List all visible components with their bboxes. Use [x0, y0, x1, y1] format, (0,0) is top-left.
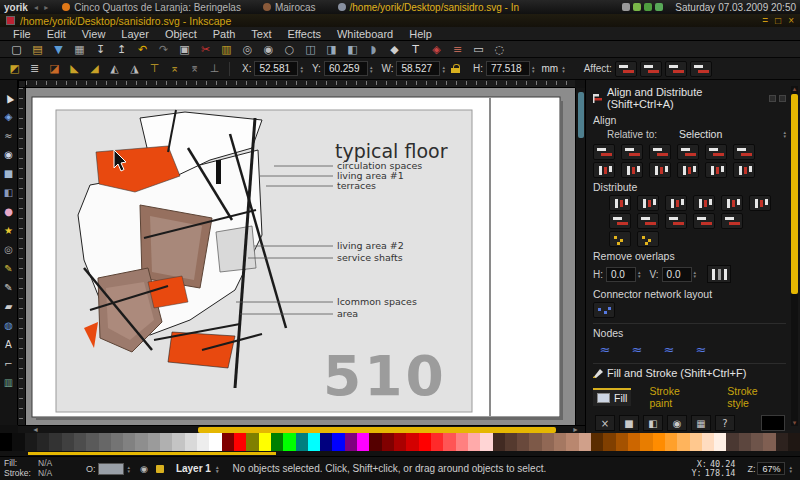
palette-swatch-1[interactable] [12, 433, 24, 451]
palette-swatch-21[interactable] [259, 433, 271, 451]
menu-view[interactable]: View [75, 28, 113, 40]
flat-color-button[interactable]: ■ [619, 415, 639, 431]
remove-overlaps-button[interactable] [707, 265, 731, 283]
canvas[interactable]: typical floor circulation spaces living … [26, 88, 575, 425]
align-dialog-header[interactable]: Align and Distribute (Shift+Ctrl+A) [593, 86, 786, 110]
window-titlebar[interactable]: /home/yorik/Desktop/sanisidro.svg - Inks… [0, 14, 800, 27]
align-bottom-edges-button[interactable] [677, 162, 699, 178]
palette-swatch-6[interactable] [74, 433, 86, 451]
palette-swatch-34[interactable] [419, 433, 431, 451]
distribute-centers-horizontal-button[interactable] [637, 195, 659, 211]
palette-swatch-53[interactable] [653, 433, 665, 451]
palette-swatch-48[interactable] [591, 433, 603, 451]
unknown-paint-button[interactable]: ? [715, 415, 735, 431]
connector-network-layout-button[interactable] [593, 302, 615, 318]
distribute-equal-gaps-horizontal-button[interactable] [693, 195, 715, 211]
w-field[interactable]: 58.527▴▾ [396, 61, 445, 76]
import-button[interactable]: ↧ [92, 42, 109, 57]
distribute-baselines-vertical-button[interactable] [721, 213, 743, 229]
overlap-h-field[interactable]: 0.0▴▾ [606, 267, 641, 282]
horizontal-ruler[interactable] [26, 80, 575, 88]
align-text-baselines-button[interactable] [733, 162, 755, 178]
palette-swatch-43[interactable] [529, 433, 541, 451]
palette-swatch-17[interactable] [209, 433, 221, 451]
align-bottom-to-top-edge-button[interactable] [593, 162, 615, 178]
window-close-button[interactable]: × [788, 16, 794, 26]
palette-swatch-63[interactable] [776, 433, 788, 451]
align-center-vertical-button[interactable] [649, 162, 671, 178]
layer-lock-icon[interactable] [156, 465, 164, 473]
palette-swatch-27[interactable] [332, 433, 344, 451]
x-field[interactable]: 52.581▴▾ [254, 61, 303, 76]
palette-swatch-31[interactable] [382, 433, 394, 451]
ellipse-tool-button[interactable]: ● [1, 204, 17, 220]
palette-swatch-40[interactable] [493, 433, 505, 451]
palette-swatch-41[interactable] [505, 433, 517, 451]
distribute-equal-gaps-vertical-button[interactable] [693, 213, 715, 229]
opacity-field[interactable] [98, 463, 124, 475]
palette-swatch-3[interactable] [37, 433, 49, 451]
unlink-clone-button[interactable]: ◧ [344, 42, 361, 57]
palette-swatch-0[interactable] [0, 433, 12, 451]
lower-to-bottom-button[interactable]: ⊥ [206, 61, 223, 76]
rectangle-tool-button[interactable]: ■ [1, 166, 17, 182]
palette-swatch-32[interactable] [394, 433, 406, 451]
deselect-button[interactable]: ◪ [46, 61, 63, 76]
palette-swatch-64[interactable] [788, 433, 800, 451]
palette-swatch-26[interactable] [320, 433, 332, 451]
palette-swatch-16[interactable] [197, 433, 209, 451]
fill-stroke-header[interactable]: Fill and Stroke (Shift+Ctrl+F) [593, 367, 786, 379]
lock-ratio-icon[interactable] [451, 64, 461, 73]
affect-corners-button[interactable] [640, 61, 662, 77]
pencil-tool-button[interactable]: ✎ [1, 261, 17, 277]
palette-swatch-54[interactable] [665, 433, 677, 451]
palette-swatch-25[interactable] [308, 433, 320, 451]
layer-visibility-icon[interactable]: ◉ [140, 464, 148, 474]
radial-gradient-button[interactable]: ◉ [667, 415, 687, 431]
raise-button[interactable]: ⌅ [166, 61, 183, 76]
palette-swatch-57[interactable] [702, 433, 714, 451]
unclump-objects-button[interactable] [637, 231, 659, 247]
palette-swatch-14[interactable] [172, 433, 184, 451]
select-all-button[interactable]: ◩ [6, 61, 23, 76]
menu-effects[interactable]: Effects [281, 28, 328, 40]
distribute-top-edges-button[interactable] [609, 213, 631, 229]
align-left-to-right-edge-button[interactable] [705, 144, 727, 160]
box3d-tool-button[interactable]: ◧ [1, 185, 17, 201]
palette-swatch-7[interactable] [86, 433, 98, 451]
menu-edit[interactable]: Edit [40, 28, 73, 40]
task-mairocas[interactable]: Mairocas [257, 1, 322, 14]
pager-icon[interactable]: ◂ ▸ [34, 3, 50, 12]
dock-scrollbar[interactable]: ▲ ▼ [791, 86, 798, 426]
duplicate-button[interactable]: ◫ [302, 42, 319, 57]
text-tool-button[interactable]: A [1, 337, 17, 353]
palette-swatch-24[interactable] [296, 433, 308, 451]
flip-vertical-button[interactable]: ◮ [126, 61, 143, 76]
align-nodes-horizontal-button[interactable]: ≈ [593, 341, 617, 358]
menu-file[interactable]: File [6, 28, 38, 40]
menu-whiteboard[interactable]: Whiteboard [330, 28, 400, 40]
palette-swatch-46[interactable] [566, 433, 578, 451]
i-column[interactable] [216, 160, 221, 184]
tab-fill[interactable]: Fill [593, 388, 631, 406]
tab-stroke-style[interactable]: Stroke style [723, 383, 786, 411]
canvas-horizontal-scrollbar[interactable]: ◄ ► [18, 425, 585, 433]
palette-swatch-38[interactable] [468, 433, 480, 451]
palette-swatch-39[interactable] [480, 433, 492, 451]
palette-swatch-60[interactable] [739, 433, 751, 451]
distribute-text-anchors-button[interactable] [721, 195, 743, 211]
zoom-drawing-button[interactable]: ◉ [260, 42, 277, 57]
palette-swatch-47[interactable] [579, 433, 591, 451]
xml-editor-button[interactable]: ◈ [428, 42, 445, 57]
paste-button[interactable]: ▥ [218, 42, 235, 57]
tray-network-icon[interactable] [644, 3, 652, 11]
window-maximize-button[interactable]: □ [775, 16, 781, 26]
distribute-nodes-vertical-button[interactable]: ≈ [689, 341, 713, 358]
palette-swatch-37[interactable] [456, 433, 468, 451]
palette-swatch-56[interactable] [690, 433, 702, 451]
align-center-horizontal-button[interactable] [649, 144, 671, 160]
pen-tool-button[interactable]: ✎ [1, 280, 17, 296]
zoom-page-button[interactable]: ○ [281, 42, 298, 57]
menu-object[interactable]: Object [158, 28, 204, 40]
palette-swatch-52[interactable] [640, 433, 652, 451]
